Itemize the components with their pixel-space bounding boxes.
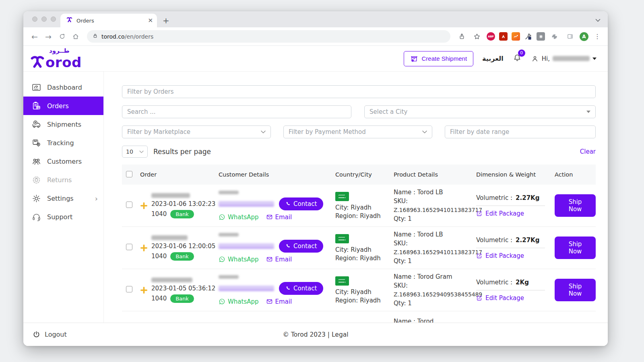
col-header-action: Action	[555, 171, 596, 178]
orders-page: Select a City Filter by Marketplace Filt…	[104, 72, 608, 323]
share-icon[interactable]	[456, 31, 467, 42]
whatsapp-link[interactable]: WhatsApp	[219, 256, 259, 263]
user-menu[interactable]: Hi,	[531, 55, 597, 63]
product-sku: Z.168963.16529410113823717	[394, 248, 476, 257]
redacted-customer-name	[219, 275, 239, 279]
contact-button[interactable]: Contact	[279, 197, 323, 210]
bookmark-star-icon[interactable]	[471, 31, 483, 42]
sidebar: Dashboard Orders Shipments Tracking Cust…	[23, 72, 104, 323]
whatsapp-link[interactable]: WhatsApp	[219, 298, 259, 305]
extensions-puzzle-icon[interactable]	[549, 31, 560, 42]
reload-button[interactable]	[56, 31, 68, 42]
edit-package-label: Edit Package	[485, 294, 524, 302]
sidebar-item-customers[interactable]: Customers	[23, 152, 103, 171]
browser-profile-avatar[interactable]: A	[580, 32, 588, 41]
order-city: City: Riyadh	[335, 204, 394, 211]
window-close-button[interactable]	[32, 16, 37, 22]
email-link[interactable]: Email	[266, 256, 292, 263]
marketplace-select[interactable]: Filter by Marketplace	[122, 125, 271, 138]
redacted-order-number	[151, 278, 192, 282]
edit-package-label: Edit Package	[485, 210, 524, 217]
browser-toolbar: ← → torod.co/en/orders ABP	[23, 27, 608, 46]
sidebar-item-support[interactable]: Support	[23, 208, 103, 226]
pdf-extension-icon[interactable]	[499, 32, 508, 41]
edit-package-link[interactable]: Edit Package	[476, 210, 545, 217]
col-header-country: Country/City	[335, 171, 394, 178]
home-button[interactable]	[70, 31, 81, 42]
volumetric-value: 2.27Kg	[516, 237, 539, 244]
window-maximize-button[interactable]	[51, 16, 56, 22]
volumetric-label: Volumetric :	[476, 237, 512, 244]
whatsapp-icon	[219, 214, 225, 220]
select-all-checkbox[interactable]	[126, 171, 132, 177]
window-minimize-button[interactable]	[41, 16, 47, 22]
logo-word: orod	[45, 56, 82, 69]
redacted-customer-email	[219, 243, 274, 249]
sidebar-item-returns[interactable]: Returns	[23, 171, 103, 189]
ship-now-button[interactable]: Ship Now	[555, 279, 596, 301]
chevron-down-icon	[261, 130, 266, 134]
clear-filters-link[interactable]: Clear	[580, 148, 596, 155]
chart-extension-icon[interactable]	[512, 32, 520, 41]
sprocket-extension-icon[interactable]	[537, 32, 545, 41]
back-button[interactable]: ←	[29, 31, 40, 42]
redacted-order-number	[151, 235, 188, 240]
contact-label: Contact	[293, 243, 317, 250]
forward-button[interactable]: →	[43, 31, 54, 42]
browser-menu-icon[interactable]: ⋮	[592, 33, 602, 40]
new-tab-button[interactable]: +	[163, 16, 169, 25]
app-header: طــرود orod Create Shipment العربية 0	[23, 46, 608, 72]
product-sku: Z.168963.16529409538455489	[394, 290, 476, 299]
email-link[interactable]: Email	[266, 298, 292, 305]
row-checkbox[interactable]	[126, 202, 132, 208]
email-link[interactable]: Email	[266, 214, 292, 221]
table-row: 2023-01-06 12:00:05 1040 Bank	[122, 227, 596, 269]
notifications-button[interactable]: 0	[512, 53, 522, 64]
order-region: Region: Riyadh	[335, 212, 394, 220]
payment-method-select[interactable]: Filter by Payment Method	[283, 125, 432, 138]
date-range-input[interactable]	[445, 125, 596, 138]
dashboard-icon	[31, 82, 41, 93]
power-icon	[32, 330, 41, 339]
edit-package-link[interactable]: Edit Package	[476, 252, 545, 259]
language-switcher[interactable]: العربية	[482, 55, 504, 62]
contact-button[interactable]: Contact	[279, 240, 323, 253]
sidebar-item-tracking[interactable]: Tracking	[23, 134, 103, 152]
chevron-down-icon	[592, 58, 597, 60]
row-checkbox[interactable]	[126, 286, 132, 292]
payment-badge: Bank	[170, 294, 194, 303]
row-checkbox[interactable]	[126, 244, 132, 250]
city-select[interactable]: Select a City	[364, 105, 596, 118]
whatsapp-link[interactable]: WhatsApp	[219, 214, 259, 221]
tab-close-icon[interactable]: ✕	[148, 17, 153, 24]
torod-logo[interactable]: طــرود orod	[28, 48, 82, 69]
sidebar-item-orders[interactable]: Orders	[23, 97, 103, 115]
product-name: Name : Torod Gram	[394, 272, 476, 282]
col-header-product: Product Details	[394, 171, 476, 178]
browser-tab[interactable]: Orders ✕	[60, 14, 157, 27]
sidebar-item-dashboard[interactable]: Dashboard	[23, 78, 103, 97]
create-shipment-button[interactable]: Create Shipment	[404, 51, 474, 66]
tab-list-chevron-icon[interactable]	[595, 16, 601, 24]
sidebar-item-settings[interactable]: Settings ›	[23, 189, 103, 208]
sidebar-item-shipments[interactable]: Shipments	[23, 115, 103, 134]
logo-arabic-text: طــرود	[49, 48, 70, 54]
adblock-extension-icon[interactable]: ABP	[487, 32, 495, 41]
logout-button[interactable]: Logout	[23, 330, 104, 339]
payment-badge: Bank	[170, 252, 194, 261]
logout-label: Logout	[45, 331, 67, 338]
results-per-page-select[interactable]: 10	[122, 146, 148, 158]
sidepanel-icon[interactable]	[564, 31, 576, 42]
colorpicker-extension-icon[interactable]	[524, 32, 533, 41]
contact-button[interactable]: Contact	[279, 282, 323, 295]
url-bar[interactable]: torod.co/en/orders	[87, 30, 450, 43]
sku-label: SKU:	[394, 197, 476, 206]
search-input[interactable]	[122, 105, 351, 118]
order-reference: 1040	[151, 210, 167, 218]
filter-orders-input[interactable]	[122, 85, 596, 98]
envelope-icon	[266, 298, 273, 305]
ship-now-button[interactable]: Ship Now	[555, 237, 596, 259]
ship-now-button[interactable]: Ship Now	[555, 194, 596, 217]
edit-package-label: Edit Package	[485, 252, 524, 259]
edit-package-link[interactable]: Edit Package	[476, 294, 545, 302]
